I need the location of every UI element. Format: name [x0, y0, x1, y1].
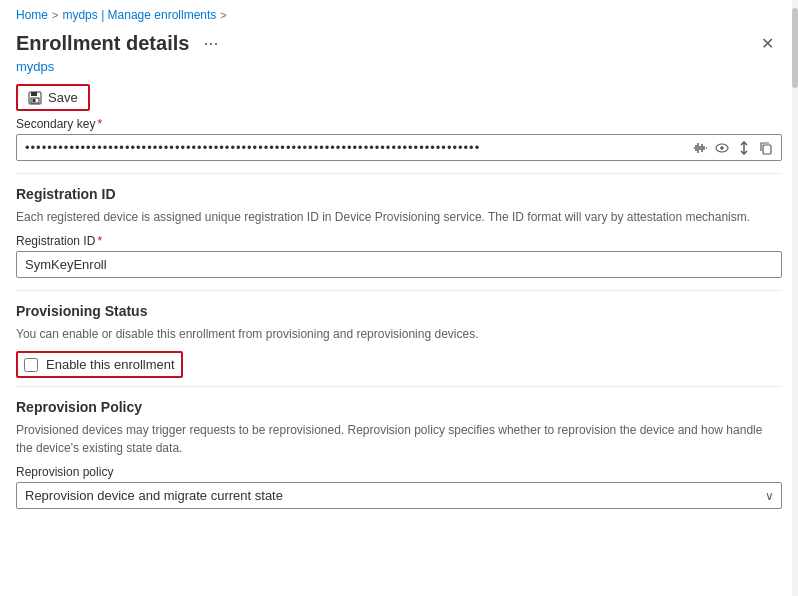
- reprovision-policy-label: Reprovision policy: [16, 465, 782, 479]
- registration-id-title: Registration ID: [16, 186, 782, 202]
- provisioning-status-desc: You can enable or disable this enrollmen…: [16, 325, 782, 343]
- scrollbar-track[interactable]: [792, 0, 798, 596]
- breadcrumb: Home > mydps | Manage enrollments >: [0, 0, 798, 26]
- save-label: Save: [48, 90, 78, 105]
- copy-button[interactable]: [755, 137, 777, 159]
- secondary-key-dots: ••••••••••••••••••••••••••••••••••••••••…: [21, 135, 689, 160]
- enable-enrollment-checkbox-row: Enable this enrollment: [16, 351, 183, 378]
- copy-icon: [759, 141, 773, 155]
- svg-rect-3: [33, 99, 36, 102]
- page-container: Home > mydps | Manage enrollments > Enro…: [0, 0, 798, 596]
- svg-rect-1: [31, 92, 37, 96]
- toolbar: Save: [0, 80, 798, 117]
- provisioning-status-title: Provisioning Status: [16, 303, 782, 319]
- breadcrumb-mydps[interactable]: mydps | Manage enrollments: [62, 8, 216, 22]
- eye-button[interactable]: [711, 137, 733, 159]
- registration-id-label: Registration ID*: [16, 234, 782, 248]
- svg-point-12: [720, 146, 724, 150]
- secondary-key-label: Secondary key*: [16, 117, 782, 131]
- registration-id-desc: Each registered device is assigned uniqu…: [16, 208, 782, 226]
- secondary-key-field-wrapper: ••••••••••••••••••••••••••••••••••••••••…: [16, 134, 782, 161]
- reprovision-policy-title: Reprovision Policy: [16, 399, 782, 415]
- header-title-group: Enrollment details ···: [16, 31, 224, 56]
- registration-id-input[interactable]: [16, 251, 782, 278]
- waveform-icon: [693, 141, 707, 155]
- divider-1: [16, 173, 782, 174]
- reprovision-policy-group: Reprovision policy Reprovision device an…: [16, 465, 782, 509]
- save-button[interactable]: Save: [16, 84, 90, 111]
- divider-2: [16, 290, 782, 291]
- page-title: Enrollment details: [16, 32, 189, 55]
- content-area[interactable]: Secondary key* •••••••••••••••••••••••••…: [0, 117, 798, 596]
- save-icon: [28, 91, 42, 105]
- svg-rect-14: [763, 145, 771, 154]
- enable-enrollment-checkbox[interactable]: [24, 358, 38, 372]
- breadcrumb-separator-2: >: [220, 9, 226, 21]
- page-subtitle: mydps: [0, 57, 798, 80]
- eye-icon: [715, 141, 729, 155]
- breadcrumb-separator-1: >: [52, 9, 58, 21]
- ellipsis-menu-button[interactable]: ···: [197, 31, 224, 56]
- reprovision-policy-select-wrapper: Reprovision device and migrate current s…: [16, 482, 782, 509]
- secondary-key-group: Secondary key* •••••••••••••••••••••••••…: [16, 117, 782, 161]
- reprovision-policy-desc: Provisioned devices may trigger requests…: [16, 421, 782, 457]
- close-button[interactable]: ✕: [753, 30, 782, 57]
- waveform-button[interactable]: [689, 137, 711, 159]
- refresh-icon: [737, 141, 751, 155]
- header-row: Enrollment details ··· ✕: [0, 26, 798, 57]
- refresh-button[interactable]: [733, 137, 755, 159]
- reprovision-policy-select[interactable]: Reprovision device and migrate current s…: [16, 482, 782, 509]
- enable-enrollment-label[interactable]: Enable this enrollment: [46, 357, 175, 372]
- registration-id-group: Registration ID*: [16, 234, 782, 278]
- scrollbar-thumb[interactable]: [792, 8, 798, 88]
- breadcrumb-home[interactable]: Home: [16, 8, 48, 22]
- divider-3: [16, 386, 782, 387]
